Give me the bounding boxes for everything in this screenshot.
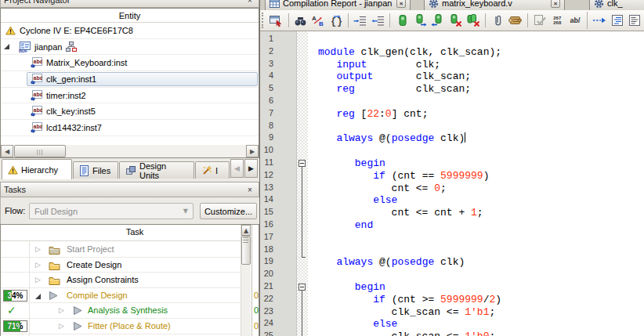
macro-scroll-icon (508, 15, 522, 26)
tab-scroll-left-icon[interactable]: ◀ (230, 159, 244, 178)
indent-icon[interactable] (353, 13, 368, 28)
close-icon[interactable]: × (244, 0, 255, 5)
bookmark-icon[interactable] (394, 13, 410, 28)
collapse-arrow-icon[interactable]: ▷ (35, 276, 41, 284)
code-line-25: clk_scan <= 1'b0; (318, 331, 644, 336)
tasks-title: Tasks (4, 185, 26, 194)
doc-outline-icon[interactable] (610, 13, 625, 28)
close-icon[interactable]: × (396, 0, 406, 8)
replace-icon: AB (312, 14, 325, 27)
line-number: 23 (260, 306, 273, 316)
tree-item-lcd14432-inst7[interactable]: abdlcd14432:inst7 (1, 120, 259, 136)
progress-bar: 71%71% (3, 320, 27, 332)
task-label: Assign Constraints (67, 275, 139, 284)
tab-files[interactable]: Files (73, 161, 118, 179)
window-icon[interactable] (269, 13, 284, 28)
tree-item-timer-inst2[interactable]: abdtimer:inst2 (1, 88, 259, 104)
task-table-vscrollbar[interactable]: ▲ (241, 225, 251, 336)
tab-design-units[interactable]: Design Units (119, 161, 194, 179)
tree-item-clk-key-inst5[interactable]: abdclk_key:inst5 (1, 103, 259, 120)
find-icon[interactable] (293, 13, 309, 28)
line-number: 7 (260, 108, 273, 117)
abd-instance-icon: abd (31, 106, 42, 117)
code-fold-margin[interactable] (297, 31, 308, 336)
tree-item-jianpan[interactable]: BDFjianpan (1, 39, 259, 56)
entity-column-header[interactable]: Entity (1, 9, 259, 23)
task-row-start-project[interactable]: ▷Start Project (1, 242, 251, 258)
collapse-arrow-icon[interactable]: ▷ (59, 322, 64, 330)
window-icon (270, 14, 283, 27)
design-units-icon (125, 165, 136, 175)
vscroll-thumb[interactable] (241, 236, 251, 265)
tab-hierarchy[interactable]: Hierarchy (2, 159, 72, 179)
tree-item-clk-gen-inst1[interactable]: abdclk_gen:inst1 (1, 71, 259, 88)
collapse-arrow-icon[interactable]: ▷ (35, 261, 41, 269)
float-icon[interactable] (231, 185, 242, 195)
tree-item-cyclone-iv-e-ep4ce6f17c8[interactable]: Cyclone IV E: EP4CE6F17C8 (1, 23, 259, 39)
close-icon[interactable]: × (551, 0, 560, 8)
expand-arrow-icon[interactable] (4, 44, 9, 49)
scroll-right-icon[interactable]: ▶ (246, 145, 259, 157)
line-number: 19 (260, 256, 273, 266)
task-row-assign-constraints[interactable]: ▷Assign Constraints (1, 273, 251, 288)
code-line-9: always @(posedge clk) (318, 132, 644, 145)
editor-tab-clk-[interactable]: clk_ (589, 0, 644, 10)
macro-scroll-icon[interactable] (508, 13, 523, 28)
line-count-icon[interactable]: 267268 (549, 13, 565, 28)
bookmark-delete-all-icon[interactable] (465, 13, 481, 28)
svg-text:abd: abd (34, 107, 43, 113)
toolbar-drag-handle[interactable] (262, 13, 265, 28)
run-icon (73, 306, 82, 315)
task-table-header[interactable]: Task (1, 225, 259, 241)
line-number: 15 (260, 207, 273, 216)
doc-outline2-icon[interactable] (627, 13, 642, 28)
entity-tree-hscrollbar[interactable]: ◀ ||| ▶ (1, 145, 259, 157)
fold-collapse-icon[interactable] (298, 160, 306, 167)
task-time-column: 000 (251, 225, 259, 336)
pin-icon[interactable] (218, 185, 229, 195)
find-icon (294, 15, 307, 27)
hscroll-thumb[interactable]: ||| (14, 145, 66, 157)
task-row-analysis-synthesis[interactable]: ✓▷Analysis & Synthesis (1, 303, 251, 319)
bookmark-delete-icon[interactable] (448, 13, 464, 28)
collapse-arrow-icon[interactable]: ▷ (35, 245, 41, 253)
syntax-check-icon[interactable] (532, 13, 548, 28)
tab-i[interactable]: I (195, 161, 230, 179)
syntax-check-icon (534, 14, 546, 27)
attach-icon[interactable] (490, 13, 505, 28)
svg-text:abd: abd (34, 59, 43, 64)
tree-item-matrix-keyboard-inst[interactable]: abdMatrix_Keyboard:inst (1, 55, 259, 71)
bookmark-next-icon[interactable] (412, 13, 428, 28)
abd-instance-icon: abd (31, 90, 42, 101)
scroll-up-icon[interactable]: ▲ (241, 225, 251, 236)
unindent-icon[interactable] (371, 13, 386, 28)
code-area[interactable]: module clk_gen(clk, clk_scan); input clk… (308, 31, 644, 336)
scroll-left-icon[interactable]: ◀ (1, 145, 13, 157)
goto-arrow-icon[interactable] (592, 13, 607, 28)
tab-scroll-right-icon[interactable]: ▶ (244, 159, 258, 178)
task-row-compile-design[interactable]: 34%34%Compile Design (1, 288, 251, 304)
svg-text:A: A (312, 15, 317, 22)
task-row-create-design[interactable]: ▷Create Design (1, 258, 251, 273)
replace-icon[interactable]: AB (310, 13, 326, 28)
editor-tab-compilation-report-jianpan[interactable]: Compilation Report - jianpan× (265, 0, 411, 10)
line-number: 12 (260, 170, 273, 179)
bookmark-prev-icon[interactable] (430, 13, 446, 28)
expand-arrow-icon[interactable] (35, 291, 41, 301)
customize-button[interactable]: Customize... (200, 203, 257, 219)
pin-icon[interactable] (218, 0, 229, 5)
fold-collapse-icon[interactable] (298, 284, 306, 291)
svg-text:BDF: BDF (19, 48, 28, 52)
editor-tab-title: matrix_keyboard.v (442, 0, 512, 8)
doc-outline-icon (611, 14, 624, 27)
close-icon[interactable]: × (244, 185, 255, 195)
editor-tab-matrix-keyboard-v[interactable]: matrix_keyboard.v× (424, 0, 565, 10)
match-brace-icon[interactable]: {} (328, 13, 344, 28)
flow-select[interactable]: Full Design ▼ (29, 203, 194, 219)
toolbar-separator (389, 13, 390, 27)
collapse-arrow-icon[interactable]: ▷ (59, 306, 64, 314)
float-icon[interactable] (231, 0, 242, 5)
task-row-fitter-place-route-[interactable]: 71%71%▷Fitter (Place & Route) (1, 319, 251, 334)
comment-icon[interactable]: ab/ (567, 13, 583, 28)
folder-icon (49, 245, 60, 255)
